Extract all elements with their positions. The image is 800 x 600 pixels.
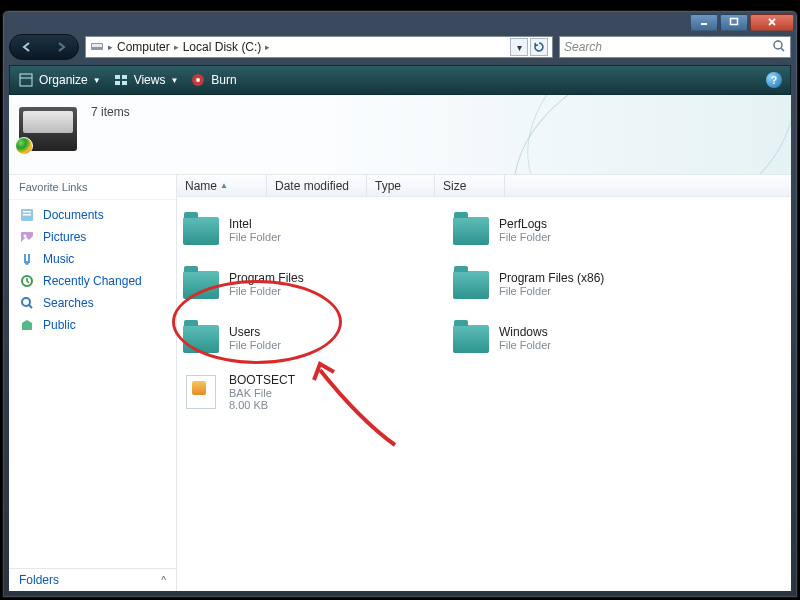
file-type: File Folder <box>499 339 551 351</box>
address-dropdown[interactable]: ▾ <box>510 38 528 56</box>
folder-icon <box>183 217 219 245</box>
sidebar-item-label: Public <box>43 318 76 332</box>
drive-icon <box>90 39 104 56</box>
fav-icon <box>19 251 35 267</box>
file-item[interactable]: UsersFile Folder <box>183 313 433 363</box>
column-headers: Name▲ Date modified Type Size <box>177 175 791 197</box>
file-type: BAK File <box>229 387 295 399</box>
folders-expander[interactable]: Folders ^ <box>9 568 176 591</box>
column-type[interactable]: Type <box>367 175 435 196</box>
client-area: 7 items Favorite Links DocumentsPictures… <box>9 95 791 591</box>
organize-menu[interactable]: Organize ▼ <box>18 72 101 88</box>
column-name[interactable]: Name▲ <box>177 175 267 196</box>
svg-rect-9 <box>122 75 127 79</box>
folder-icon <box>453 217 489 245</box>
breadcrumb-computer[interactable]: Computer <box>117 40 170 54</box>
chevron-right-icon: ▸ <box>108 42 113 52</box>
svg-point-4 <box>774 41 782 49</box>
file-size: 8.00 KB <box>229 399 295 411</box>
file-name: Intel <box>229 217 281 231</box>
burn-button[interactable]: Burn <box>190 72 236 88</box>
burn-icon <box>190 72 206 88</box>
file-list: Name▲ Date modified Type Size IntelFile … <box>177 175 791 591</box>
search-input[interactable]: Search <box>559 36 791 58</box>
search-icon <box>772 39 786 56</box>
svg-rect-8 <box>115 75 120 79</box>
svg-rect-10 <box>115 81 120 85</box>
help-button[interactable]: ? <box>766 72 782 88</box>
folder-icon <box>453 271 489 299</box>
chevron-down-icon: ▼ <box>93 76 101 85</box>
file-name: BOOTSECT <box>229 373 295 387</box>
chevron-down-icon: ▼ <box>170 76 178 85</box>
sidebar-item[interactable]: Documents <box>9 204 176 226</box>
file-type: File Folder <box>499 231 551 243</box>
svg-rect-6 <box>20 74 32 86</box>
sidebar-item-label: Searches <box>43 296 94 310</box>
nav-back-forward <box>9 34 79 60</box>
sidebar-item[interactable]: Searches <box>9 292 176 314</box>
sort-asc-icon: ▲ <box>220 181 228 190</box>
header-pane: 7 items <box>9 95 791 175</box>
decoration <box>492 95 791 175</box>
folder-icon <box>453 325 489 353</box>
file-name: Windows <box>499 325 551 339</box>
sidebar-item-label: Pictures <box>43 230 86 244</box>
sidebar-item-label: Documents <box>43 208 104 222</box>
svg-point-21 <box>22 298 30 306</box>
favorites-heading: Favorite Links <box>9 175 176 200</box>
column-modified[interactable]: Date modified <box>267 175 367 196</box>
breadcrumb-drive[interactable]: Local Disk (C:) <box>183 40 262 54</box>
forward-button[interactable] <box>50 36 72 58</box>
explorer-window: ▸ Computer ▸ Local Disk (C:) ▸ ▾ Search … <box>2 10 798 598</box>
file-type: File Folder <box>229 285 304 297</box>
views-icon <box>113 72 129 88</box>
fav-icon <box>19 207 35 223</box>
close-button[interactable] <box>750 14 794 31</box>
file-item[interactable]: WindowsFile Folder <box>453 313 703 363</box>
titlebar[interactable] <box>3 11 797 33</box>
chevron-right-icon: ▸ <box>265 42 270 52</box>
sidebar: Favorite Links DocumentsPicturesMusicRec… <box>9 175 177 591</box>
refresh-button[interactable] <box>530 38 548 56</box>
views-menu[interactable]: Views ▼ <box>113 72 179 88</box>
fav-icon <box>19 273 35 289</box>
sidebar-item-label: Recently Changed <box>43 274 142 288</box>
sidebar-item[interactable]: Music <box>9 248 176 270</box>
file-item[interactable]: Program Files (x86)File Folder <box>453 259 703 309</box>
file-name: Users <box>229 325 281 339</box>
sidebar-item[interactable]: Pictures <box>9 226 176 248</box>
back-button[interactable] <box>16 36 38 58</box>
command-bar: Organize ▼ Views ▼ Burn ? <box>9 65 791 95</box>
file-name: Program Files (x86) <box>499 271 604 285</box>
organize-icon <box>18 72 34 88</box>
nav-row: ▸ Computer ▸ Local Disk (C:) ▸ ▾ Search <box>9 33 791 61</box>
maximize-button[interactable] <box>720 14 748 31</box>
sidebar-item[interactable]: Recently Changed <box>9 270 176 292</box>
file-type: File Folder <box>229 339 281 351</box>
svg-point-19 <box>25 261 29 265</box>
svg-line-5 <box>781 48 784 51</box>
address-bar[interactable]: ▸ Computer ▸ Local Disk (C:) ▸ ▾ <box>85 36 553 58</box>
svg-rect-3 <box>92 44 102 47</box>
chevron-up-icon: ^ <box>161 575 166 586</box>
column-size[interactable]: Size <box>435 175 505 196</box>
folder-icon <box>183 271 219 299</box>
svg-rect-11 <box>122 81 127 85</box>
minimize-button[interactable] <box>690 14 718 31</box>
svg-rect-16 <box>23 214 31 216</box>
fav-icon <box>19 317 35 333</box>
file-item[interactable]: PerfLogsFile Folder <box>453 205 703 255</box>
file-item[interactable]: Program FilesFile Folder <box>183 259 433 309</box>
file-item[interactable]: IntelFile Folder <box>183 205 433 255</box>
sidebar-item[interactable]: Public <box>9 314 176 336</box>
file-name: PerfLogs <box>499 217 551 231</box>
search-placeholder: Search <box>564 40 602 54</box>
item-count: 7 items <box>91 105 130 119</box>
folder-icon <box>183 325 219 353</box>
file-item[interactable]: BOOTSECTBAK File8.00 KB <box>183 367 433 417</box>
fav-icon <box>19 229 35 245</box>
svg-rect-1 <box>731 19 738 25</box>
svg-rect-15 <box>23 211 31 213</box>
chevron-right-icon: ▸ <box>174 42 179 52</box>
